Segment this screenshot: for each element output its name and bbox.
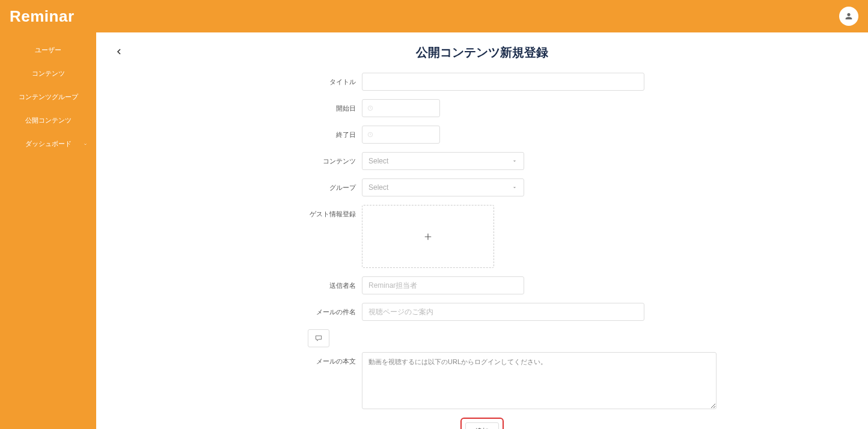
title-label: タイトル — [248, 73, 362, 87]
form-row-contents: コンテンツ Select — [248, 152, 717, 170]
guest-info-label: ゲスト情報登録 — [248, 205, 362, 219]
start-date-label: 開始日 — [248, 99, 362, 113]
end-date-label: 終了日 — [248, 126, 362, 139]
comment-button[interactable] — [308, 329, 329, 347]
form-row-end-date: 終了日 — [248, 126, 717, 144]
guest-info-upload[interactable] — [362, 205, 494, 268]
sidebar-item-label: ダッシュボード — [25, 139, 72, 148]
mail-subject-label: メールの件名 — [248, 303, 362, 317]
comment-icon — [314, 334, 323, 342]
sidebar-item-label: コンテンツ — [32, 69, 65, 78]
submit-highlight: 追加 — [460, 418, 504, 429]
content-form: タイトル 開始日 終了日 — [248, 73, 717, 429]
header: Reminar — [0, 0, 868, 32]
sidebar-item-contents[interactable]: コンテンツ — [0, 62, 96, 85]
group-label: グループ — [248, 178, 362, 192]
select-placeholder: Select — [368, 183, 388, 192]
plus-icon — [423, 231, 433, 242]
chevron-down-icon — [83, 142, 88, 147]
submit-button[interactable]: 追加 — [465, 422, 499, 429]
form-row-mail-body: メールの本文 — [248, 352, 717, 409]
form-row-sender: 送信者名 — [248, 276, 717, 294]
sidebar-item-dashboard[interactable]: ダッシュボード — [0, 132, 96, 156]
sidebar-item-public-contents[interactable]: 公開コンテンツ — [0, 109, 96, 132]
form-row-start-date: 開始日 — [248, 99, 717, 117]
back-button[interactable] — [114, 47, 124, 59]
select-placeholder: Select — [368, 157, 388, 165]
form-row-title: タイトル — [248, 73, 717, 91]
sidebar-item-contents-group[interactable]: コンテンツグループ — [0, 85, 96, 109]
mail-body-textarea[interactable] — [362, 352, 717, 409]
start-date-input[interactable] — [362, 99, 440, 117]
toolbar-row — [308, 329, 717, 347]
contents-select[interactable]: Select — [362, 152, 524, 170]
end-date-input[interactable] — [362, 126, 440, 144]
title-input[interactable] — [362, 73, 644, 91]
form-row-guest-info: ゲスト情報登録 — [248, 205, 717, 268]
sidebar: ユーザー コンテンツ コンテンツグループ 公開コンテンツ ダッシュボード — [0, 32, 96, 429]
user-avatar-button[interactable] — [839, 7, 858, 26]
mail-body-label: メールの本文 — [248, 352, 362, 366]
sidebar-item-users[interactable]: ユーザー — [0, 38, 96, 62]
submit-row: 追加 — [248, 418, 717, 429]
chevron-down-icon — [512, 158, 518, 164]
sidebar-item-label: コンテンツグループ — [19, 93, 78, 102]
user-icon — [844, 11, 854, 21]
group-select[interactable]: Select — [362, 178, 524, 196]
page-header: 公開コンテンツ新規登録 — [114, 44, 850, 61]
sender-label: 送信者名 — [248, 276, 362, 290]
sender-input[interactable] — [362, 276, 524, 294]
sidebar-item-label: ユーザー — [35, 46, 61, 55]
form-row-group: グループ Select — [248, 178, 717, 196]
main-content: 公開コンテンツ新規登録 タイトル 開始日 — [96, 32, 868, 429]
logo: Reminar — [10, 7, 75, 26]
chevron-left-icon — [114, 47, 124, 56]
page-title: 公開コンテンツ新規登録 — [136, 44, 828, 61]
clock-icon — [367, 132, 373, 138]
form-row-mail-subject: メールの件名 — [248, 303, 717, 321]
chevron-down-icon — [512, 184, 518, 190]
sidebar-item-label: 公開コンテンツ — [25, 116, 72, 125]
clock-icon — [367, 105, 373, 111]
contents-label: コンテンツ — [248, 152, 362, 166]
mail-subject-input[interactable] — [362, 303, 644, 321]
